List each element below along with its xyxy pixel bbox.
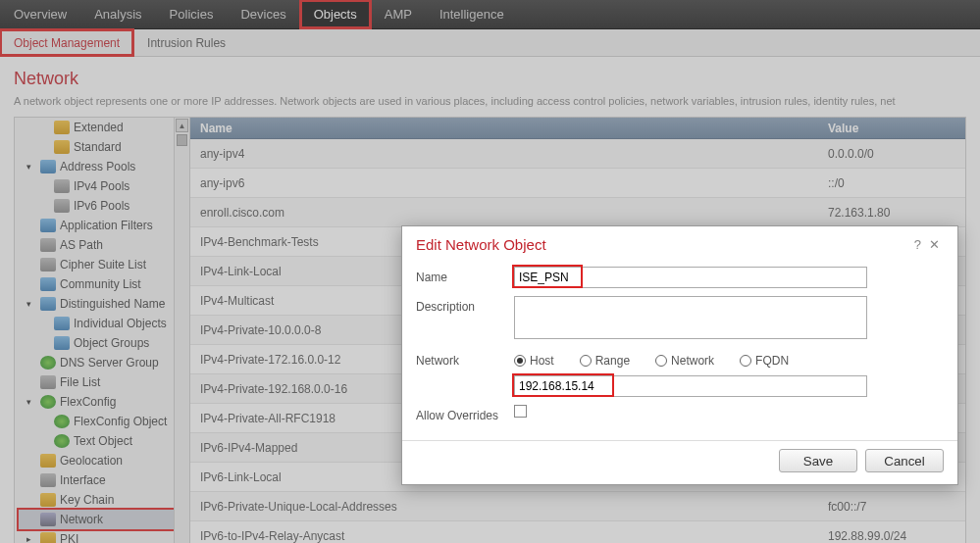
radio-icon — [580, 355, 592, 367]
save-button[interactable]: Save — [779, 449, 857, 472]
close-icon[interactable]: ✕ — [925, 237, 944, 252]
radio-icon — [514, 355, 526, 367]
radio-host[interactable]: Host — [514, 354, 554, 368]
radio-network[interactable]: Network — [655, 354, 714, 368]
radio-icon — [655, 355, 667, 367]
allow-overrides-label: Allow Overrides — [416, 405, 514, 422]
network-value-input[interactable] — [514, 375, 867, 397]
network-type-radio-group: Host Range Network FQDN — [514, 350, 944, 375]
name-input[interactable] — [514, 267, 867, 288]
cancel-button[interactable]: Cancel — [865, 449, 944, 472]
radio-range[interactable]: Range — [580, 354, 630, 368]
dialog-title: Edit Network Object — [416, 236, 910, 253]
dialog-footer: Save Cancel — [402, 440, 957, 484]
description-label: Description — [416, 296, 514, 314]
radio-fqdn[interactable]: FQDN — [740, 354, 789, 368]
help-icon[interactable]: ? — [910, 237, 925, 252]
network-label: Network — [416, 350, 514, 368]
description-input[interactable] — [514, 296, 867, 339]
name-label: Name — [416, 267, 514, 284]
edit-network-object-dialog: Edit Network Object ? ✕ Name Description… — [401, 225, 958, 485]
radio-icon — [740, 355, 751, 367]
dialog-titlebar: Edit Network Object ? ✕ — [402, 226, 957, 261]
allow-overrides-checkbox[interactable] — [514, 405, 527, 418]
